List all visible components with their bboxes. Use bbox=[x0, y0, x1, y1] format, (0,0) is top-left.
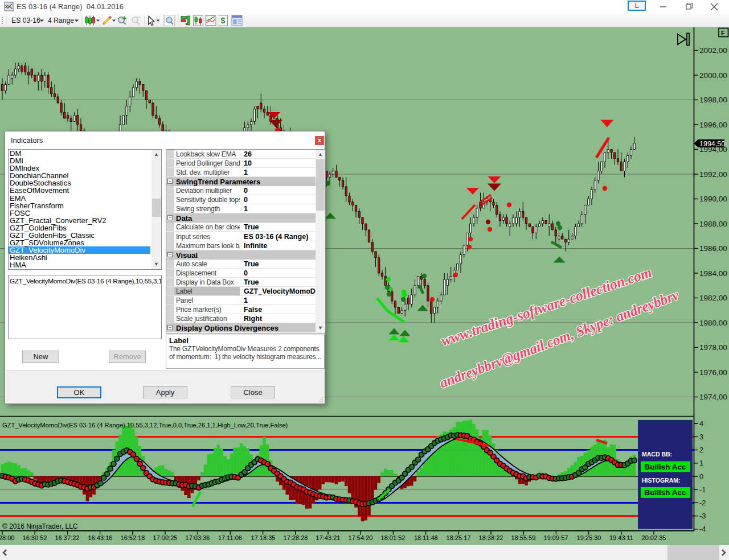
svg-text:4 Range: 4 Range bbox=[48, 17, 74, 24]
svg-text:1990,00: 1990,00 bbox=[699, 195, 727, 203]
svg-text:1: 1 bbox=[699, 459, 703, 467]
svg-text:1996,00: 1996,00 bbox=[699, 121, 727, 129]
svg-text:19:43:11: 19:43:11 bbox=[609, 534, 633, 541]
svg-text:17:00:25: 17:00:25 bbox=[153, 534, 178, 541]
svg-text:1994,50: 1994,50 bbox=[699, 140, 725, 148]
svg-text:GZT_VelocityMomoDiv(ES 03-16 (: GZT_VelocityMomoDiv(ES 03-16 (4 Range),1… bbox=[2, 422, 288, 429]
svg-text:19:25:30: 19:25:30 bbox=[577, 534, 601, 541]
svg-text:1982,00: 1982,00 bbox=[699, 294, 727, 302]
svg-text:F: F bbox=[721, 30, 725, 36]
svg-text:18:25:17: 18:25:17 bbox=[447, 534, 471, 541]
svg-text:16:28:00: 16:28:00 bbox=[0, 534, 14, 541]
svg-text:16:52:18: 16:52:18 bbox=[121, 534, 145, 541]
svg-text:MACD BB:: MACD BB: bbox=[642, 451, 672, 458]
svg-text:1984,00: 1984,00 bbox=[699, 269, 727, 278]
svg-text:18:38:22: 18:38:22 bbox=[479, 534, 503, 541]
svg-text:16:37:22: 16:37:22 bbox=[55, 534, 80, 541]
svg-text:17:28:28: 17:28:28 bbox=[284, 534, 308, 541]
svg-text:$: $ bbox=[221, 16, 226, 25]
svg-text:2: 2 bbox=[699, 446, 703, 454]
svg-text:18:01:52: 18:01:52 bbox=[381, 534, 406, 541]
svg-text:HISTOGRAM:: HISTOGRAM: bbox=[642, 477, 680, 484]
svg-text:ES 03-16: ES 03-16 bbox=[11, 17, 40, 24]
svg-text:1976,00: 1976,00 bbox=[699, 368, 727, 377]
svg-text:17:11:06: 17:11:06 bbox=[218, 534, 242, 541]
svg-text:-3: -3 bbox=[699, 512, 706, 520]
svg-text:1986,00: 1986,00 bbox=[699, 244, 727, 253]
svg-text:-1: -1 bbox=[699, 485, 706, 494]
svg-text:-4: -4 bbox=[699, 525, 706, 533]
svg-text:19:09:57: 19:09:57 bbox=[544, 534, 568, 541]
svg-text:17:03:36: 17:03:36 bbox=[186, 534, 210, 541]
svg-text:Bullish Acc: Bullish Acc bbox=[644, 488, 686, 497]
svg-text:Bullish Acc: Bullish Acc bbox=[644, 463, 686, 471]
svg-text:16:43:16: 16:43:16 bbox=[88, 534, 113, 541]
svg-text:20:02:35: 20:02:35 bbox=[642, 534, 666, 541]
svg-text:17:18:35: 17:18:35 bbox=[251, 534, 276, 541]
svg-text:0: 0 bbox=[699, 472, 703, 481]
svg-text:1974,00: 1974,00 bbox=[699, 393, 727, 401]
svg-text:1992,00: 1992,00 bbox=[699, 170, 727, 179]
svg-text:16:30:52: 16:30:52 bbox=[23, 534, 47, 541]
svg-text:18:11:48: 18:11:48 bbox=[414, 534, 438, 541]
svg-text:17:43:21: 17:43:21 bbox=[316, 534, 341, 541]
svg-text:1980,00: 1980,00 bbox=[699, 319, 727, 327]
svg-text:18:55:59: 18:55:59 bbox=[511, 534, 536, 541]
svg-text:1998,00: 1998,00 bbox=[699, 96, 727, 104]
svg-text:2000,00: 2000,00 bbox=[699, 71, 727, 80]
svg-text:2002,00: 2002,00 bbox=[699, 46, 727, 55]
svg-text:1978,00: 1978,00 bbox=[699, 343, 727, 352]
svg-text:-2: -2 bbox=[699, 499, 706, 507]
svg-text:1988,00: 1988,00 bbox=[699, 220, 727, 228]
svg-text:3: 3 bbox=[699, 433, 703, 441]
svg-text:17:54:20: 17:54:20 bbox=[349, 534, 373, 541]
svg-text:© 2016 NinjaTrader, LLC: © 2016 NinjaTrader, LLC bbox=[2, 522, 78, 530]
svg-text:4: 4 bbox=[699, 419, 703, 428]
